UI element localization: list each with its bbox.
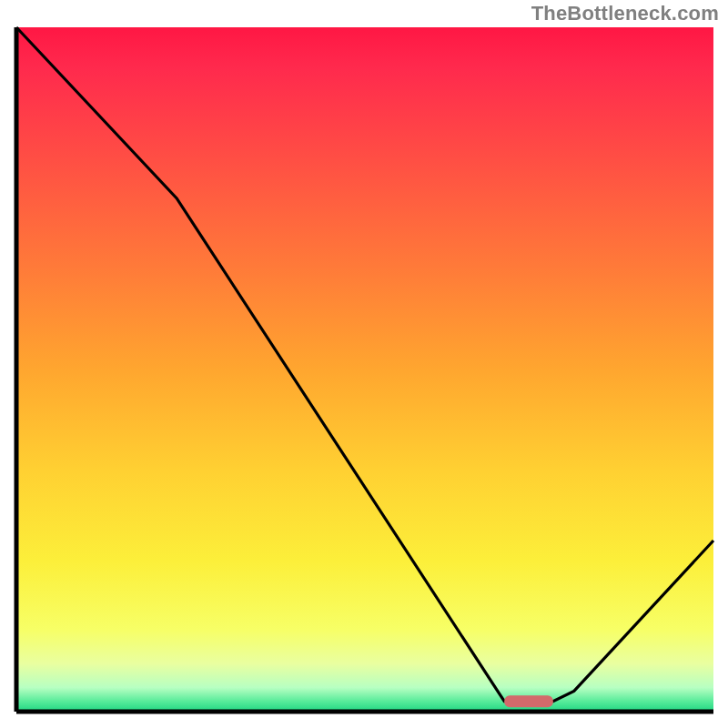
chart-frame: TheBottleneck.com bbox=[0, 0, 728, 728]
watermark-text: TheBottleneck.com bbox=[531, 2, 719, 25]
bottleneck-chart bbox=[0, 0, 728, 728]
minimum-marker bbox=[504, 695, 553, 707]
gradient-background bbox=[16, 27, 713, 712]
